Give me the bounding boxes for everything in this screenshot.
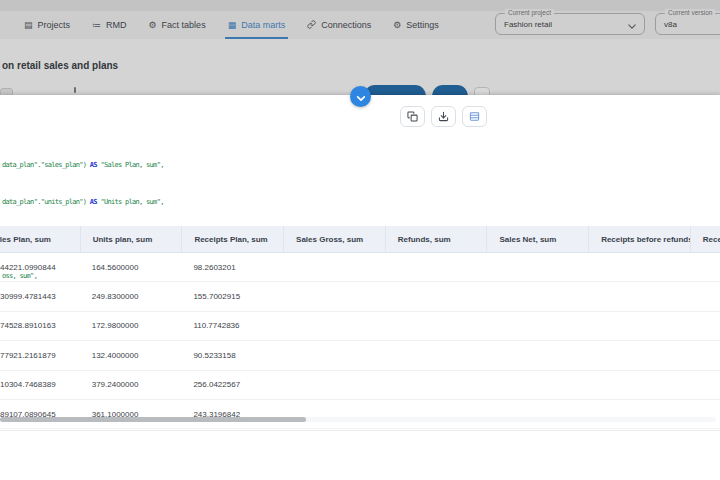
- table-view-icon: [469, 108, 480, 126]
- nav-label: RMD: [106, 20, 127, 30]
- select-label: Current project: [505, 9, 554, 17]
- chevron-down-icon: [628, 15, 636, 33]
- clipped-mark-fragment: [74, 87, 76, 93]
- select-label: Current version: [665, 9, 715, 17]
- column-header[interactable]: Receipts Plan, sum: [181, 226, 283, 252]
- current-project-select[interactable]: Current project Fashion retail: [495, 13, 645, 35]
- column-header[interactable]: Units plan, sum: [80, 226, 182, 252]
- gear-icon: ⚙: [393, 21, 401, 30]
- dimmed-background: ▤ Projects ≔ RMD ⚙ Fact tables ▦ Data ma…: [0, 0, 720, 95]
- copy-icon: [407, 108, 418, 126]
- nav-label: Data marts: [241, 20, 285, 30]
- nav-item-projects[interactable]: ▤ Projects: [13, 11, 81, 39]
- connections-icon: [307, 20, 316, 31]
- nav-label: Fact tables: [162, 20, 206, 30]
- table-view-button[interactable]: [462, 106, 487, 127]
- clipped-secondary-button[interactable]: [432, 85, 468, 95]
- table-cell: 10304.7468389: [0, 380, 80, 389]
- column-header[interactable]: Receipts: [690, 226, 720, 252]
- clipped-primary-button[interactable]: [364, 85, 426, 95]
- projects-icon: ▤: [24, 21, 33, 30]
- list-icon: ≔: [92, 21, 101, 30]
- nav-item-connections[interactable]: Connections: [296, 11, 382, 39]
- table-header-row: Sales Plan, sum Units plan, sum Receipts…: [0, 226, 720, 253]
- clipped-icon-button[interactable]: [474, 87, 490, 95]
- table-row: 74528.8910163 172.9800000 110.7742836: [0, 312, 720, 341]
- fact-tables-icon: ⚙: [149, 21, 157, 30]
- page-title: on retail sales and plans: [2, 60, 118, 71]
- select-value: Fashion retail: [504, 20, 628, 29]
- column-header[interactable]: Sales Net, sum: [486, 226, 588, 252]
- results-overlay-panel: data_plan"."sales_plan") AS "Sales Plan,…: [0, 95, 720, 480]
- data-marts-icon: ▦: [228, 21, 237, 30]
- table-cell: 110.7742836: [181, 321, 283, 330]
- nav-item-rmd[interactable]: ≔ RMD: [81, 11, 138, 39]
- panel-toolbar: [400, 106, 487, 127]
- app-window: ▤ Projects ≔ RMD ⚙ Fact tables ▦ Data ma…: [0, 0, 720, 480]
- active-tab-underline: [225, 37, 289, 40]
- table-row: 30999.4781443 249.8300000 155.7002915: [0, 282, 720, 311]
- nav-item-data-marts[interactable]: ▦ Data marts: [217, 11, 297, 39]
- nav-item-settings[interactable]: ⚙ Settings: [382, 11, 450, 39]
- nav-label: Projects: [38, 20, 71, 30]
- footer-divider: [0, 430, 720, 431]
- download-icon: [438, 108, 449, 126]
- table-cell: 90.5233158: [181, 351, 283, 360]
- horizontal-scrollbar[interactable]: [0, 417, 716, 422]
- copy-button[interactable]: [400, 106, 425, 127]
- table-cell: 44221.0990844: [0, 263, 80, 272]
- table-cell: 164.5600000: [80, 263, 182, 272]
- collapse-panel-button[interactable]: [350, 86, 371, 107]
- nav-item-fact-tables[interactable]: ⚙ Fact tables: [138, 11, 217, 39]
- table-row: 44221.0990844 164.5600000 98.2603201: [0, 253, 720, 282]
- select-value: v8a: [664, 20, 720, 29]
- top-strip: [0, 0, 720, 11]
- scrollbar-thumb[interactable]: [0, 417, 306, 422]
- nav-label: Connections: [321, 20, 371, 30]
- table-cell: 98.2603201: [181, 263, 283, 272]
- nav-label: Settings: [406, 20, 439, 30]
- column-header[interactable]: Receipts before refunds, ...: [588, 226, 690, 252]
- sql-line: data_plan"."sales_plan") AS "Sales Plan,…: [2, 159, 185, 171]
- table-cell: 249.8300000: [80, 292, 182, 301]
- current-version-select[interactable]: Current version v8a: [655, 13, 720, 35]
- column-header[interactable]: Sales Plan, sum: [0, 226, 80, 252]
- table-cell: 155.7002915: [181, 292, 283, 301]
- table-cell: 256.0422567: [181, 380, 283, 389]
- table-row: 89107.0890645 361.1000000 243.3196842: [0, 400, 720, 429]
- clipped-control-fragment: [0, 88, 13, 95]
- column-header[interactable]: Refunds, sum: [385, 226, 487, 252]
- column-header[interactable]: Sales Gross, sum: [283, 226, 385, 252]
- download-button[interactable]: [431, 106, 456, 127]
- results-table: Sales Plan, sum Units plan, sum Receipts…: [0, 226, 720, 429]
- table-row: 77921.2161879 132.4000000 90.5233158: [0, 341, 720, 370]
- table-cell: 379.2400000: [80, 380, 182, 389]
- table-cell: 30999.4781443: [0, 292, 80, 301]
- table-cell: 132.4000000: [80, 351, 182, 360]
- table-cell: 74528.8910163: [0, 321, 80, 330]
- table-cell: 77921.2161879: [0, 351, 80, 360]
- table-cell: 172.9800000: [80, 321, 182, 330]
- chevron-down-icon: [356, 88, 366, 106]
- sql-line: data_plan"."units_plan") AS "Units plan,…: [2, 196, 185, 208]
- table-row: 10304.7468389 379.2400000 256.0422567: [0, 371, 720, 400]
